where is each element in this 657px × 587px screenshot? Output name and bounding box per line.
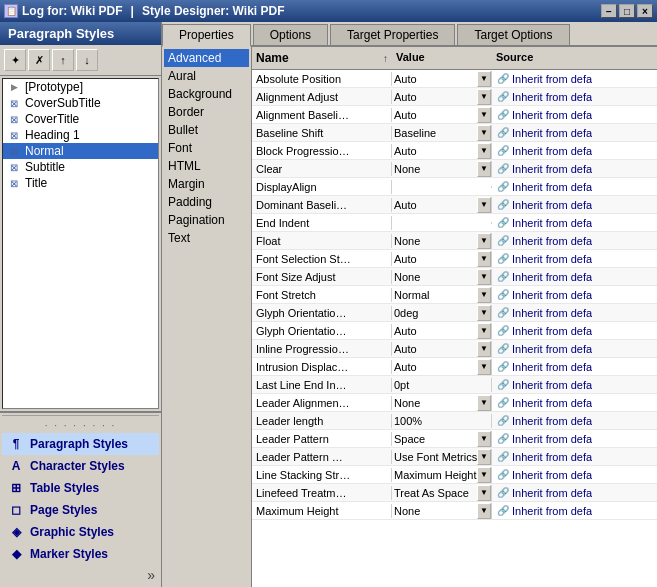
- designer-label: Style Designer: Wiki PDF: [142, 4, 285, 18]
- category-pagination[interactable]: Pagination: [164, 211, 249, 229]
- source-text: Inherit from defa: [512, 343, 592, 355]
- property-source-cell: 🔗Inherit from defa: [492, 305, 657, 321]
- dropdown-button[interactable]: ▼: [477, 485, 491, 501]
- source-text: Inherit from defa: [512, 505, 592, 517]
- property-value-cell: Auto▼: [392, 71, 492, 87]
- category-list[interactable]: Advanced Aural Background Border Bullet …: [162, 47, 252, 587]
- category-bullet[interactable]: Bullet: [164, 121, 249, 139]
- table-row: Maximum HeightNone▼🔗Inherit from defa: [252, 502, 657, 520]
- list-item[interactable]: ⊠ CoverTitle: [3, 111, 158, 127]
- dropdown-button[interactable]: ▼: [477, 503, 491, 519]
- tab-options[interactable]: Options: [253, 24, 328, 45]
- source-icon: 🔗: [496, 306, 510, 320]
- minimize-button[interactable]: −: [601, 4, 617, 18]
- list-item[interactable]: ⊠ Subtitle: [3, 159, 158, 175]
- tab-properties[interactable]: Properties: [162, 24, 251, 47]
- category-background[interactable]: Background: [164, 85, 249, 103]
- category-aural[interactable]: Aural: [164, 67, 249, 85]
- dropdown-button[interactable]: ▼: [477, 287, 491, 303]
- property-source-cell: 🔗Inherit from defa: [492, 107, 657, 123]
- table-row: Leader length100%🔗Inherit from defa: [252, 412, 657, 430]
- list-item[interactable]: ⊠ CoverSubTitle: [3, 95, 158, 111]
- style-icon: ⊠: [7, 144, 21, 158]
- category-advanced[interactable]: Advanced: [164, 49, 249, 67]
- property-source-cell: 🔗Inherit from defa: [492, 215, 657, 231]
- dropdown-button[interactable]: ▼: [477, 395, 491, 411]
- maximize-button[interactable]: □: [619, 4, 635, 18]
- style-item-label: Heading 1: [25, 128, 80, 142]
- category-margin[interactable]: Margin: [164, 175, 249, 193]
- table-row: Absolute PositionAuto▼🔗Inherit from defa: [252, 70, 657, 88]
- dropdown-button[interactable]: ▼: [477, 197, 491, 213]
- source-text: Inherit from defa: [512, 199, 592, 211]
- new-style-button[interactable]: ✦: [4, 49, 26, 71]
- dropdown-button[interactable]: ▼: [477, 269, 491, 285]
- category-html[interactable]: HTML: [164, 157, 249, 175]
- style-icon: ⊠: [7, 112, 21, 126]
- property-source-cell: 🔗Inherit from defa: [492, 233, 657, 249]
- category-padding[interactable]: Padding: [164, 193, 249, 211]
- nav-label: Page Styles: [30, 503, 97, 517]
- source-icon: 🔗: [496, 180, 510, 194]
- dropdown-button[interactable]: ▼: [477, 251, 491, 267]
- tab-target-properties[interactable]: Target Properties: [330, 24, 455, 45]
- nav-page-styles[interactable]: ◻ Page Styles: [2, 499, 159, 521]
- dropdown-button[interactable]: ▼: [477, 89, 491, 105]
- tab-target-options[interactable]: Target Options: [457, 24, 569, 45]
- dropdown-button[interactable]: ▼: [477, 125, 491, 141]
- property-value: None: [392, 396, 477, 410]
- source-text: Inherit from defa: [512, 289, 592, 301]
- nav-marker-styles[interactable]: ◆ Marker Styles: [2, 543, 159, 565]
- dropdown-button[interactable]: ▼: [477, 107, 491, 123]
- table-row: Line Stacking Str…Maximum Height▼🔗Inheri…: [252, 466, 657, 484]
- delete-style-button[interactable]: ✗: [28, 49, 50, 71]
- table-row: ClearNone▼🔗Inherit from defa: [252, 160, 657, 178]
- category-border[interactable]: Border: [164, 103, 249, 121]
- table-row: Font Size AdjustNone▼🔗Inherit from defa: [252, 268, 657, 286]
- source-text: Inherit from defa: [512, 361, 592, 373]
- table-row: Baseline ShiftBaseline▼🔗Inherit from def…: [252, 124, 657, 142]
- nav-graphic-styles[interactable]: ◈ Graphic Styles: [2, 521, 159, 543]
- table-row: Leader Alignmen…None▼🔗Inherit from defa: [252, 394, 657, 412]
- dropdown-button[interactable]: ▼: [477, 233, 491, 249]
- source-icon: 🔗: [496, 486, 510, 500]
- property-value-cell: Auto▼: [392, 89, 492, 105]
- list-item[interactable]: ⊠ Normal: [3, 143, 158, 159]
- dropdown-button[interactable]: ▼: [477, 323, 491, 339]
- close-button[interactable]: ×: [637, 4, 653, 18]
- nav-paragraph-styles[interactable]: ¶ Paragraph Styles: [2, 433, 159, 455]
- list-item[interactable]: ⊠ Title: [3, 175, 158, 191]
- source-icon: 🔗: [496, 324, 510, 338]
- page-styles-icon: ◻: [8, 502, 24, 518]
- list-item[interactable]: ⊠ Heading 1: [3, 127, 158, 143]
- expand-button[interactable]: »: [2, 565, 159, 585]
- nav-character-styles[interactable]: A Character Styles: [2, 455, 159, 477]
- dropdown-button[interactable]: ▼: [477, 431, 491, 447]
- dropdown-button[interactable]: ▼: [477, 449, 491, 465]
- dropdown-button[interactable]: ▼: [477, 71, 491, 87]
- dropdown-button[interactable]: ▼: [477, 305, 491, 321]
- update-style-button[interactable]: ↑: [52, 49, 74, 71]
- property-name: Maximum Height: [252, 504, 392, 518]
- title-bar-buttons: − □ ×: [601, 4, 653, 18]
- import-style-button[interactable]: ↓: [76, 49, 98, 71]
- dropdown-button[interactable]: ▼: [477, 467, 491, 483]
- nav-table-styles[interactable]: ⊞ Table Styles: [2, 477, 159, 499]
- property-name: Intrusion Displac…: [252, 360, 392, 374]
- list-item[interactable]: ▶ [Prototype]: [3, 79, 158, 95]
- dropdown-button[interactable]: ▼: [477, 161, 491, 177]
- prototype-icon: ▶: [7, 80, 21, 94]
- dropdown-button[interactable]: ▼: [477, 359, 491, 375]
- source-text: Inherit from defa: [512, 235, 592, 247]
- category-text[interactable]: Text: [164, 229, 249, 247]
- category-font[interactable]: Font: [164, 139, 249, 157]
- character-styles-icon: A: [8, 458, 24, 474]
- header-name[interactable]: Name ↑: [252, 49, 392, 67]
- style-list[interactable]: ▶ [Prototype] ⊠ CoverSubTitle ⊠ CoverTit…: [2, 78, 159, 409]
- dropdown-button[interactable]: ▼: [477, 341, 491, 357]
- property-name: Block Progressio…: [252, 144, 392, 158]
- dropdown-button[interactable]: ▼: [477, 143, 491, 159]
- style-item-label: Title: [25, 176, 47, 190]
- source-text: Inherit from defa: [512, 91, 592, 103]
- property-source-cell: 🔗Inherit from defa: [492, 359, 657, 375]
